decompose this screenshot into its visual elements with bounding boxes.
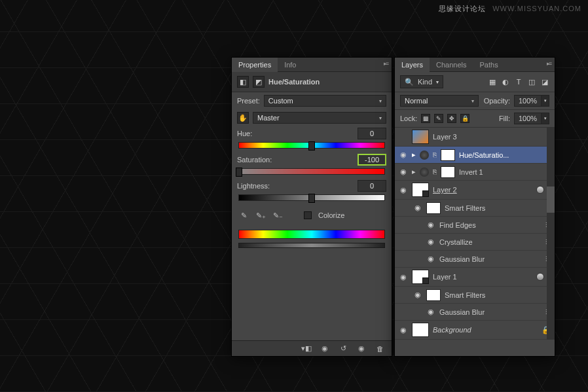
layer-row[interactable]: ◉Layer 2▾: [395, 181, 555, 200]
spectrum-bar: [238, 230, 385, 239]
tab-info[interactable]: Info: [278, 58, 303, 72]
properties-footer: ▾◧ ◉ ↺ ◉ 🗑: [232, 340, 392, 356]
link-icon[interactable]: ⎘: [433, 151, 437, 158]
layer-label: Crystallize: [439, 238, 542, 246]
hand-icon[interactable]: ✋: [237, 112, 249, 124]
filter-smart-icon[interactable]: ◪: [540, 78, 549, 86]
layer-row[interactable]: ◉Smart Filters: [395, 287, 555, 304]
tab-channels[interactable]: Channels: [430, 58, 473, 72]
lock-transparency-icon[interactable]: ▩: [421, 114, 430, 123]
visibility-toggle[interactable]: ◉: [399, 168, 408, 176]
saturation-slider[interactable]: [238, 168, 385, 175]
colorize-label: Colorize: [318, 211, 344, 219]
disclosure-icon[interactable]: ▸: [412, 151, 416, 159]
reset-icon[interactable]: ↺: [337, 344, 350, 354]
scrollbar[interactable]: [547, 128, 555, 340]
lightness-value[interactable]: 0: [358, 180, 386, 192]
eyedropper-sub-icon[interactable]: ✎₋: [272, 210, 283, 221]
opacity-value[interactable]: 100%: [514, 95, 542, 107]
range-select[interactable]: Master ▾: [253, 112, 386, 124]
layer-row[interactable]: ◉Find Edges☰: [395, 217, 555, 234]
trash-icon[interactable]: 🗑: [373, 344, 386, 354]
filter-icons: ▦ ◐ T ◫ ◪: [488, 78, 549, 86]
visibility-toggle[interactable]: ◉: [399, 273, 408, 281]
layer-row[interactable]: ◉▸⎘Hue/Saturatio...: [395, 147, 555, 164]
hue-slider[interactable]: [238, 142, 385, 149]
scrollbar-thumb[interactable]: [547, 187, 555, 213]
chevron-down-icon: ▾: [436, 79, 439, 85]
clip-to-layer-icon[interactable]: ▾◧: [300, 344, 313, 354]
lock-image-icon[interactable]: ✎: [434, 114, 443, 123]
layer-row[interactable]: ◉Crystallize☰: [395, 234, 555, 251]
colorize-checkbox[interactable]: [304, 211, 312, 219]
filter-type-icon[interactable]: T: [514, 78, 523, 86]
layer-row[interactable]: Layer 3: [395, 128, 555, 147]
opacity-chevron-icon[interactable]: ▾: [542, 95, 549, 107]
visibility-toggle[interactable]: ◉: [426, 238, 435, 246]
layer-label: Layer 2: [433, 186, 532, 194]
watermark: 思缘设计论坛 WWW.MISSYUAN.COM: [439, 4, 581, 14]
visibility-toggle[interactable]: ◉: [413, 291, 422, 299]
filter-adjust-icon[interactable]: ◐: [501, 78, 510, 86]
search-icon: 🔍: [405, 78, 414, 86]
visibility-toggle[interactable]: ◉: [399, 326, 408, 334]
layer-list: Layer 3◉▸⎘Hue/Saturatio...◉▸⎘Invert 1◉La…: [395, 128, 555, 340]
layer-label: Gaussian Blur: [439, 255, 542, 263]
layer-mask[interactable]: [441, 166, 455, 178]
blend-mode-select[interactable]: Normal ▾: [400, 95, 479, 107]
panel-menu-icon[interactable]: ▸≡: [547, 60, 551, 67]
panel-menu-icon[interactable]: ▸≡: [384, 60, 388, 67]
fill-value[interactable]: 100%: [514, 113, 542, 124]
layer-label: Layer 3: [433, 133, 551, 141]
eyedropper-icon[interactable]: ✎: [238, 210, 249, 221]
layer-label: Background: [433, 326, 538, 334]
layer-row[interactable]: ◉Gaussian Blur☰: [395, 304, 555, 321]
visibility-toggle[interactable]: ◉: [399, 186, 408, 194]
layer-row[interactable]: ◉▸⎘Invert 1: [395, 164, 555, 181]
toggle-visibility-icon[interactable]: ◉: [355, 344, 368, 354]
kind-filter[interactable]: 🔍 Kind ▾: [400, 75, 443, 88]
layer-row[interactable]: ◉Gaussian Blur☰: [395, 251, 555, 268]
adjustment-title: Hue/Saturation: [268, 78, 320, 86]
eyedropper-row: ✎ ✎₊ ✎₋ Colorize: [232, 205, 392, 226]
adjustment-type-icon: ◧: [237, 76, 249, 88]
lightness-label: Lightness:: [237, 182, 354, 190]
preset-value: Custom: [268, 97, 293, 105]
layer-row[interactable]: ◉Smart Filters: [395, 200, 555, 217]
chevron-down-icon: ▾: [471, 98, 474, 104]
tab-layers[interactable]: Layers: [395, 58, 430, 72]
eyedropper-add-icon[interactable]: ✎₊: [255, 210, 266, 221]
lock-position-icon[interactable]: ✥: [447, 114, 456, 123]
layers-panel: Layers Channels Paths ▸≡ 🔍 Kind ▾ ▦ ◐ T …: [394, 57, 555, 357]
chevron-down-icon: ▾: [379, 98, 382, 104]
adjustment-icon: [420, 168, 429, 177]
link-icon[interactable]: ⎘: [433, 168, 437, 175]
filter-pixel-icon[interactable]: ▦: [488, 78, 497, 86]
tab-paths[interactable]: Paths: [473, 58, 505, 72]
layer-row[interactable]: ◉Layer 1▾: [395, 268, 555, 287]
watermark-url: WWW.MISSYUAN.COM: [492, 5, 581, 12]
saturation-value[interactable]: -100: [358, 154, 386, 166]
disclosure-icon[interactable]: ▸: [412, 168, 416, 176]
visibility-toggle[interactable]: ◉: [426, 255, 435, 263]
hue-value[interactable]: 0: [358, 128, 386, 139]
tab-properties[interactable]: Properties: [232, 58, 278, 72]
opacity-label: Opacity:: [484, 97, 510, 105]
visibility-toggle[interactable]: ◉: [399, 151, 408, 159]
layers-tabs: Layers Channels Paths ▸≡: [395, 58, 555, 72]
view-previous-icon[interactable]: ◉: [318, 344, 331, 354]
lock-all-icon[interactable]: 🔒: [460, 114, 469, 123]
fill-chevron-icon[interactable]: ▾: [542, 113, 549, 124]
mask-icon[interactable]: ◩: [253, 76, 265, 88]
smart-filter-mask[interactable]: [426, 202, 441, 214]
preset-select[interactable]: Custom ▾: [264, 95, 386, 107]
visibility-toggle[interactable]: ◉: [426, 308, 435, 316]
visibility-toggle[interactable]: ◉: [413, 204, 422, 212]
layer-mask[interactable]: [441, 149, 455, 161]
filter-shape-icon[interactable]: ◫: [527, 78, 536, 86]
smart-filter-mask[interactable]: [426, 289, 441, 301]
layer-row[interactable]: ◉Background🔒: [395, 321, 555, 340]
lightness-slider[interactable]: [238, 194, 385, 201]
layer-label: Layer 1: [433, 273, 532, 281]
visibility-toggle[interactable]: ◉: [426, 221, 435, 229]
